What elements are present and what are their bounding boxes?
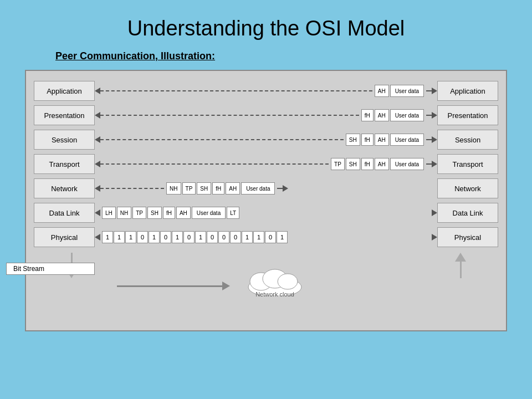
dashed-line-presentation: [100, 115, 359, 116]
left-label-datalink: Data Link: [34, 203, 95, 223]
arrow-left-network: [95, 185, 100, 192]
bit-11: 0: [218, 231, 229, 243]
arrow-left-presentation: [95, 112, 100, 119]
right-label-session: Session: [437, 130, 498, 150]
dashed-line-session: [100, 139, 344, 140]
packet-sh-session: SH: [346, 134, 360, 146]
right-label-network: Network: [437, 178, 498, 198]
arrow-right-session: [432, 136, 437, 143]
bit-8: 0: [183, 231, 195, 243]
packet-lt-datalink: LT: [227, 207, 239, 219]
right-label-application: Application: [437, 81, 498, 101]
layer-row-application: Application AH User data Application: [34, 80, 498, 102]
bit-3: 1: [125, 231, 136, 243]
dashed-line-application: [100, 90, 372, 91]
packet-tp-network: TP: [182, 182, 196, 195]
packet-userdata-datalink: User data: [192, 207, 226, 219]
packet-sh-datalink: SH: [147, 207, 162, 219]
packet-ah-transport: AH: [375, 158, 389, 170]
packet-userdata-application: User data: [390, 85, 424, 97]
layers-area: Application AH User data Application: [34, 80, 498, 248]
dashed-line-transport-r: [426, 163, 432, 165]
packet-ah-application: AH: [375, 85, 389, 97]
bit-4: 0: [137, 231, 148, 243]
left-label-physical: Physical: [34, 227, 95, 247]
left-label-transport: Transport: [34, 154, 95, 174]
packet-sh-network: SH: [197, 182, 211, 195]
dashed-line-network: [100, 188, 164, 189]
left-label-application: Application: [34, 81, 95, 101]
up-arrow-right: [455, 253, 466, 278]
packet-fh-network: fH: [212, 182, 224, 195]
arrow-right-presentation: [432, 112, 437, 119]
subtitle: Peer Communication, Illustration:: [55, 50, 215, 62]
bit-2: 1: [114, 231, 125, 243]
layer-row-presentation: Presentation fH AH User data Pre: [34, 104, 498, 126]
layer-row-network: Network NH TP SH fH AH User data: [34, 177, 498, 200]
dashed-line-transport: [100, 163, 329, 165]
packet-nh-network: NH: [166, 182, 181, 195]
svg-point-3: [278, 274, 298, 289]
bit-1: 1: [102, 231, 113, 243]
dashed-line-network-r: [277, 188, 283, 189]
left-label-presentation: Presentation: [34, 105, 95, 125]
packet-userdata-network: User data: [241, 182, 275, 195]
diagram-container: Application AH User data Application: [25, 70, 507, 331]
arrow-right-physical: [432, 234, 437, 241]
packet-ah-datalink: AH: [176, 207, 191, 219]
dashed-line-application-r: [426, 90, 432, 91]
forward-arrow: [117, 282, 230, 290]
packet-lh-datalink: LH: [102, 207, 116, 219]
main-title: Understanding the OSI Model: [127, 17, 405, 40]
bit-7: 1: [172, 231, 183, 243]
packet-ah-session: AH: [375, 134, 389, 146]
packet-nh-datalink: NH: [117, 207, 131, 219]
layer-row-transport: Transport TP SH fH AH User data: [34, 153, 498, 175]
bit-5: 1: [149, 231, 160, 243]
packet-userdata-transport: User data: [390, 158, 424, 170]
arrow-right-datalink: [432, 209, 437, 216]
bit-10: 0: [207, 231, 218, 243]
packet-sh-transport: SH: [346, 158, 360, 170]
left-label-session: Session: [34, 130, 95, 150]
forward-arrow-head: [222, 282, 230, 290]
packet-userdata-presentation: User data: [390, 109, 424, 121]
layer-row-session: Session SH fH AH User data: [34, 129, 498, 151]
arrow-left-transport: [95, 161, 100, 167]
right-label-physical: Physical: [437, 227, 498, 247]
bit-9: 1: [195, 231, 206, 243]
packet-fh-transport: fH: [361, 158, 374, 170]
packet-ah-presentation: AH: [375, 109, 389, 121]
page: Understanding the OSI Model Peer Communi…: [0, 0, 532, 399]
left-label-network: Network: [34, 178, 95, 198]
packet-ah-network: AH: [226, 182, 240, 195]
dashed-line-session-r: [426, 139, 432, 140]
arrow-right-network: [283, 185, 288, 192]
bit-16: 1: [277, 231, 288, 243]
packet-userdata-session: User data: [390, 134, 424, 146]
bit-14: 1: [253, 231, 264, 243]
bit-stream-label: Bit Stream: [6, 263, 95, 275]
arrow-left-session: [95, 136, 100, 143]
bit-15: 0: [265, 231, 276, 243]
packet-fh-presentation: fH: [361, 109, 374, 121]
network-cloud-label: Network cloud: [244, 291, 305, 298]
forward-arrow-line: [117, 285, 222, 287]
bit-6: 0: [160, 231, 171, 243]
network-cloud: Network cloud: [244, 265, 305, 298]
arrow-left-datalink: [95, 209, 100, 216]
packet-tp-transport: TP: [331, 158, 345, 170]
arrow-right-application: [432, 88, 437, 94]
bit-12: 0: [230, 231, 241, 243]
packet-fh-session: fH: [361, 134, 374, 146]
arrow-right-transport: [432, 161, 437, 167]
packet-tp-datalink: TP: [132, 207, 146, 219]
right-label-datalink: Data Link: [437, 203, 498, 223]
arrow-left-physical: [95, 234, 100, 241]
bit-13: 1: [242, 231, 253, 243]
arrow-left-application: [95, 88, 100, 94]
layer-row-physical: Physical 1 1 1 0 1 0 1 0 1: [34, 226, 498, 248]
packet-fh-datalink: fH: [163, 207, 175, 219]
right-label-presentation: Presentation: [437, 105, 498, 125]
layer-row-datalink: Data Link LH NH TP SH fH AH User data LT: [34, 202, 498, 224]
